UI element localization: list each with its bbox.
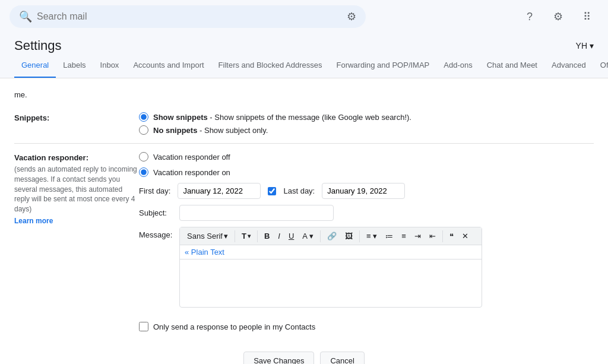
italic-button[interactable]: I [274, 230, 284, 242]
top-bar: 🔍 ⚙ ? ⚙ ⠿ [0, 0, 608, 33]
no-snippets-option[interactable]: No snippets - Show subject only. [139, 125, 594, 135]
plain-text-link[interactable]: « Plain Text [180, 245, 482, 259]
only-send-label: Only send a response to people in my Con… [153, 322, 315, 331]
underline-button[interactable]: U [285, 230, 297, 242]
toolbar-sep-5 [442, 230, 443, 242]
show-snippets-radio[interactable] [139, 112, 148, 122]
top-note: me. [14, 88, 594, 104]
vacation-on-label: Vacation responder on [153, 168, 230, 177]
message-row: Message: Sans Serif ▾ T ▾ B I U [139, 227, 594, 308]
date-row: First day: Last day: [139, 183, 594, 199]
save-changes-button[interactable]: Save Changes [243, 352, 314, 364]
clear-formatting-button[interactable]: ✕ [458, 230, 472, 242]
toolbar-sep-2 [257, 230, 258, 242]
vacation-on-option[interactable]: Vacation responder on [139, 167, 594, 177]
main-content: me. Snippets: Show snippets - Show snipp… [0, 78, 608, 364]
link-button[interactable]: 🔗 [324, 230, 340, 242]
font-color-button[interactable]: A ▾ [299, 230, 317, 242]
show-snippets-label: Show snippets - Show snippets of the mes… [153, 113, 411, 122]
last-day-input[interactable] [322, 183, 405, 199]
ordered-list-button[interactable]: ≔ [382, 230, 397, 242]
tab-offline[interactable]: Offline [593, 53, 608, 78]
only-send-row: Only send a response to people in my Con… [139, 314, 594, 340]
snippets-radio-group: Show snippets - Show snippets of the mes… [139, 112, 594, 135]
quote-button[interactable]: ❝ [446, 230, 457, 242]
settings-header: Settings YH ▾ [0, 33, 608, 53]
first-day-input[interactable] [178, 183, 261, 199]
tab-accounts-import[interactable]: Accounts and Import [126, 53, 211, 78]
toolbar-sep-3 [320, 230, 321, 242]
font-family-button[interactable]: Sans Serif ▾ [183, 230, 232, 242]
cancel-button[interactable]: Cancel [320, 352, 364, 364]
snippets-row: Snippets: Show snippets - Show snippets … [14, 104, 594, 144]
tab-chat-meet[interactable]: Chat and Meet [480, 53, 544, 78]
bold-button[interactable]: B [261, 230, 273, 242]
snippets-label: Snippets: [14, 112, 139, 122]
toolbar-sep-1 [235, 230, 235, 242]
subject-row: Subject: [139, 205, 594, 221]
subject-input[interactable] [179, 205, 334, 221]
vacation-off-radio[interactable] [139, 152, 148, 162]
no-snippets-radio[interactable] [139, 125, 148, 135]
learn-more-link[interactable]: Learn more [14, 217, 139, 225]
settings-button[interactable]: ⚙ [546, 5, 570, 29]
search-input[interactable] [37, 11, 342, 22]
tab-addons[interactable]: Add-ons [436, 53, 479, 78]
settings-tabs: General Labels Inbox Accounts and Import… [0, 53, 608, 78]
outdent-button[interactable]: ⇤ [426, 230, 439, 242]
filter-icon[interactable]: ⚙ [347, 10, 356, 23]
search-icon: 🔍 [19, 10, 32, 23]
indent-button[interactable]: ⇥ [411, 230, 425, 242]
vacation-label: Vacation responder: (sends an automated … [14, 152, 139, 225]
tab-general[interactable]: General [14, 53, 56, 78]
editor-container: Sans Serif ▾ T ▾ B I U A ▾ 🔗 🖼 [179, 227, 482, 308]
tab-forwarding[interactable]: Forwarding and POP/IMAP [329, 53, 436, 78]
tab-advanced[interactable]: Advanced [544, 53, 593, 78]
show-snippets-option[interactable]: Show snippets - Show snippets of the mes… [139, 112, 594, 122]
apps-button[interactable]: ⠿ [575, 5, 598, 29]
first-day-label: First day: [139, 186, 170, 195]
subject-label: Subject: [139, 208, 172, 217]
message-label: Message: [139, 227, 172, 239]
account-button[interactable]: YH ▾ [576, 41, 594, 50]
editor-toolbar: Sans Serif ▾ T ▾ B I U A ▾ 🔗 🖼 [180, 227, 482, 245]
image-button[interactable]: 🖼 [341, 230, 356, 242]
only-send-option[interactable]: Only send a response to people in my Con… [139, 322, 315, 331]
buttons-row: Save Changes Cancel [14, 348, 594, 364]
tab-filters[interactable]: Filters and Blocked Addresses [211, 53, 330, 78]
account-label: YH [576, 41, 587, 50]
settings-title: Settings [14, 38, 62, 53]
vacation-responder-row: Vacation responder: (sends an automated … [14, 144, 594, 348]
vacation-off-option[interactable]: Vacation responder off [139, 152, 594, 162]
align-button[interactable]: ≡ ▾ [363, 230, 381, 242]
chevron-down-icon: ▾ [224, 232, 228, 240]
only-send-checkbox[interactable] [139, 322, 148, 331]
snippets-value: Show snippets - Show snippets of the mes… [139, 112, 594, 135]
tab-inbox[interactable]: Inbox [93, 53, 126, 78]
chevron-down-icon: ▾ [590, 41, 594, 50]
tab-labels[interactable]: Labels [56, 53, 93, 78]
search-box[interactable]: 🔍 ⚙ [10, 5, 366, 28]
vacation-on-radio[interactable] [139, 167, 148, 177]
vacation-off-label: Vacation responder off [153, 153, 230, 162]
no-snippets-label: No snippets - Show subject only. [153, 126, 268, 135]
last-day-label: Last day: [283, 186, 315, 195]
font-size-button[interactable]: T ▾ [238, 230, 254, 242]
message-editor[interactable] [180, 259, 482, 307]
toolbar-sep-4 [359, 230, 360, 242]
vacation-value: Vacation responder off Vacation responde… [139, 152, 594, 340]
last-day-checkbox[interactable] [268, 187, 276, 195]
unordered-list-button[interactable]: ≡ [398, 230, 410, 242]
top-bar-icons: ? ⚙ ⠿ [518, 5, 598, 29]
help-button[interactable]: ? [518, 5, 542, 29]
